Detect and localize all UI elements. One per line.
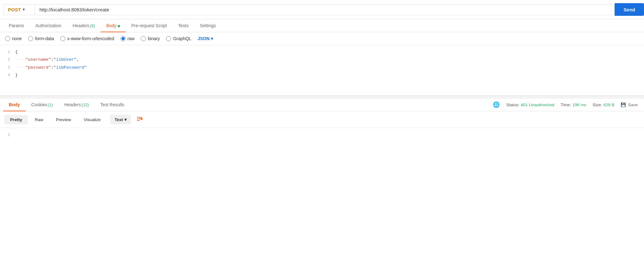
code-line-3: 3 ····"password":"libPassword" [0, 64, 644, 71]
send-button[interactable]: Send [615, 3, 644, 16]
body-type-raw[interactable]: raw [121, 36, 135, 41]
body-type-urlencoded[interactable]: x-www-form-urlencoded [60, 36, 114, 41]
view-tab-preview[interactable]: Preview [50, 115, 77, 124]
body-type-row: none form-data x-www-form-urlencoded raw… [0, 32, 644, 45]
tab-tests[interactable]: Tests [173, 19, 194, 32]
tab-body[interactable]: Body [101, 19, 126, 32]
tab-authorization[interactable]: Authorization [30, 19, 67, 32]
save-response-button[interactable]: 💾 Save [621, 102, 638, 107]
resp-tab-cookies[interactable]: Cookies(1) [26, 98, 58, 111]
method-selector[interactable]: POST ▾ [3, 4, 35, 15]
url-input[interactable] [35, 4, 615, 15]
text-format-dropdown[interactable]: Text ▾ [110, 115, 131, 124]
section-divider [0, 96, 644, 98]
save-icon: 💾 [621, 102, 626, 107]
tab-settings[interactable]: Settings [194, 19, 222, 32]
body-type-formdata[interactable]: form-data [28, 36, 54, 41]
resp-tab-body[interactable]: Body [3, 98, 26, 111]
body-type-none[interactable]: none [5, 36, 22, 41]
view-tab-pretty[interactable]: Pretty [4, 115, 28, 124]
code-line-1: 1 { [0, 48, 644, 56]
time-text: Time: 196 ms [561, 102, 586, 107]
tab-headers[interactable]: Headers(9) [67, 19, 101, 32]
response-body: 1 [0, 128, 644, 153]
request-tabs: Params Authorization Headers(9) Body Pre… [0, 19, 644, 32]
resp-line-1: 1 [0, 131, 644, 139]
request-body-editor[interactable]: 1 { 2 ····"username":"libUser", 3 ····"p… [0, 45, 644, 96]
response-header: Body Cookies(1) Headers(12) Test Results… [0, 98, 644, 111]
method-chevron-icon: ▾ [23, 7, 25, 12]
size-text: Size: 429 B [593, 102, 614, 107]
body-type-binary[interactable]: binary [141, 36, 160, 41]
response-status-area: 🌐 Status: 401 Unauthorized Time: 196 ms … [493, 101, 641, 108]
view-tab-raw[interactable]: Raw [29, 115, 49, 124]
body-type-graphql[interactable]: GraphQL [166, 36, 191, 41]
status-text: Status: 401 Unauthorized [506, 102, 554, 107]
globe-icon: 🌐 [493, 101, 500, 108]
tab-prerequest[interactable]: Pre-request Script [126, 19, 173, 32]
code-line-4: 4 } [0, 71, 644, 79]
wrap-text-button[interactable] [134, 114, 146, 125]
code-line-2: 2 ····"username":"libUser", [0, 56, 644, 64]
resp-tab-headers[interactable]: Headers(12) [58, 98, 94, 111]
response-view-controls: Pretty Raw Preview Visualize Text ▾ [0, 111, 644, 128]
json-format-dropdown[interactable]: JSON ▾ [198, 36, 213, 41]
method-label: POST [8, 7, 21, 12]
url-bar: POST ▾ Send [0, 0, 644, 19]
resp-tab-testresults[interactable]: Test Results [95, 98, 130, 111]
body-active-dot [118, 25, 120, 27]
tab-params[interactable]: Params [3, 19, 30, 32]
view-tab-visualize[interactable]: Visualize [78, 115, 106, 124]
